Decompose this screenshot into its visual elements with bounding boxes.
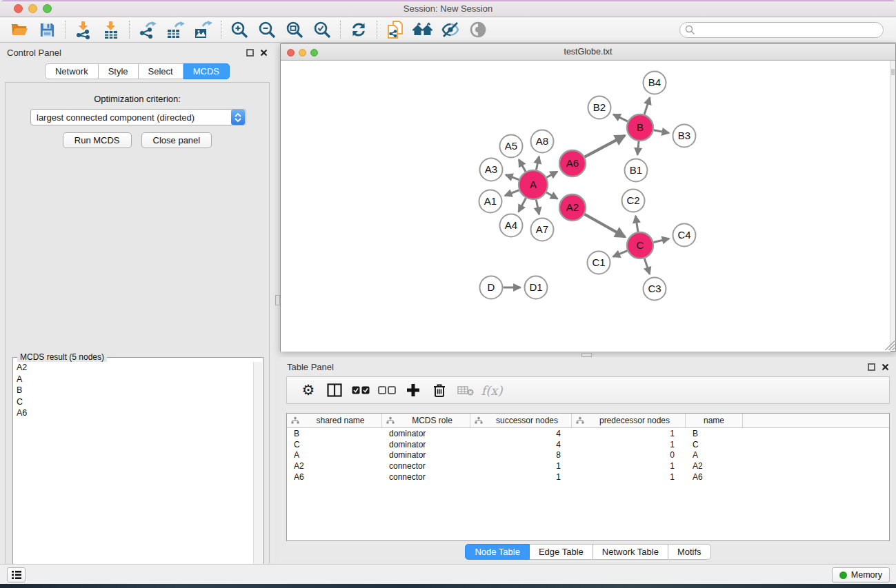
table-cell[interactable]: dominator xyxy=(382,440,470,449)
run-mcds-button[interactable]: Run MCDS xyxy=(63,132,132,148)
column-header-predecessor-nodes[interactable]: predecessor nodes xyxy=(572,414,686,427)
tab-select[interactable]: Select xyxy=(139,63,183,79)
float-panel-icon[interactable] xyxy=(246,49,254,57)
column-header-successor-nodes[interactable]: successor nodes xyxy=(470,414,572,427)
graph-edge-A-A6[interactable] xyxy=(546,172,557,178)
graph-edge-B-B3[interactable] xyxy=(654,130,669,133)
network-canvas[interactable]: AA1A2A3A4A5A6A7A8BB1B2B3B4CC1C2C3C4DD1 xyxy=(281,61,890,352)
save-session-button[interactable] xyxy=(33,19,61,41)
column-layout-button[interactable] xyxy=(321,379,348,401)
search-field[interactable] xyxy=(679,22,884,38)
table-cell[interactable]: 4 xyxy=(470,429,572,438)
graph-edge-A2-C[interactable] xyxy=(584,214,625,237)
table-cell[interactable]: 1 xyxy=(572,429,686,438)
mcds-result-list[interactable]: A2ABCA6 xyxy=(14,362,253,587)
table-cell[interactable]: B xyxy=(287,429,382,438)
table-cell[interactable]: 1 xyxy=(572,461,686,471)
table-cell[interactable]: connector xyxy=(382,461,470,471)
network-scrollbar[interactable] xyxy=(890,61,895,351)
close-panel-button[interactable]: Close panel xyxy=(141,132,212,148)
result-scrollbar[interactable] xyxy=(253,362,262,587)
deselect-all-button[interactable] xyxy=(374,379,400,401)
zoom-fit-button[interactable] xyxy=(281,19,308,41)
show-graphics-details-button[interactable] xyxy=(464,19,492,41)
delete-column-button[interactable] xyxy=(426,379,452,401)
table-cell[interactable]: dominator xyxy=(382,450,470,460)
select-all-button[interactable] xyxy=(348,379,374,401)
column-header-name[interactable]: name xyxy=(686,414,743,427)
zoom-selected-button[interactable] xyxy=(308,19,336,41)
table-cell[interactable]: A6 xyxy=(287,472,382,482)
graph-edge-C-C3[interactable] xyxy=(644,258,650,274)
column-header-shared-name[interactable]: shared name xyxy=(287,414,382,427)
table-row[interactable]: Cdominator41C xyxy=(287,439,889,450)
result-item[interactable]: C xyxy=(17,396,253,408)
graph-edge-B-B4[interactable] xyxy=(644,97,650,114)
graph-edge-A-A2[interactable] xyxy=(546,192,557,199)
graph-edge-C-C4[interactable] xyxy=(653,239,669,242)
table-cell[interactable]: 1 xyxy=(572,440,686,449)
graph-edge-B-B2[interactable] xyxy=(613,114,628,121)
table-cell[interactable]: 1 xyxy=(572,472,686,482)
table-row[interactable]: Adominator80A xyxy=(287,450,889,461)
optimization-criterion-select[interactable]: largest connected component (directed) xyxy=(30,109,246,125)
table-cell[interactable]: A xyxy=(287,450,382,460)
import-network-button[interactable] xyxy=(70,19,97,41)
result-item[interactable]: A xyxy=(17,374,253,385)
memory-button[interactable]: Memory xyxy=(832,567,890,582)
table-cell[interactable]: 4 xyxy=(470,440,572,449)
tab-node-table[interactable]: Node Table xyxy=(465,544,530,560)
column-header-MCDS-role[interactable]: MCDS role xyxy=(382,414,470,427)
hide-graphics-details-button[interactable] xyxy=(437,19,464,41)
graph-edge-A-A8[interactable] xyxy=(536,156,539,170)
table-cell[interactable]: A xyxy=(686,450,743,460)
window-resize-grip[interactable] xyxy=(885,341,895,350)
zoom-out-button[interactable] xyxy=(253,19,281,41)
float-panel-icon[interactable] xyxy=(868,363,875,371)
graph-edge-A6-B[interactable] xyxy=(585,136,625,157)
delete-table-button[interactable] xyxy=(452,379,479,401)
add-column-button[interactable] xyxy=(400,379,426,401)
table-cell[interactable]: C xyxy=(686,440,743,449)
graph-edge-A-A1[interactable] xyxy=(505,190,519,196)
graph-edge-B-B1[interactable] xyxy=(637,141,639,155)
graph-edge-A-A7[interactable] xyxy=(536,200,539,214)
table-cell[interactable]: 1 xyxy=(470,472,572,482)
table-cell[interactable]: A2 xyxy=(287,461,382,471)
result-item[interactable]: A6 xyxy=(17,407,253,419)
show-log-button[interactable] xyxy=(7,567,26,582)
table-cell[interactable]: 1 xyxy=(470,461,572,471)
table-row[interactable]: Bdominator41B xyxy=(287,428,889,439)
tab-style[interactable]: Style xyxy=(99,63,139,79)
open-session-button[interactable] xyxy=(6,19,33,41)
function-builder-button[interactable]: f(x) xyxy=(479,379,505,401)
table-cell[interactable]: 8 xyxy=(470,450,572,460)
table-cell[interactable]: A2 xyxy=(686,461,743,471)
tab-network[interactable]: Network xyxy=(45,63,99,79)
result-item[interactable]: A2 xyxy=(17,362,253,374)
home-layout-button[interactable] xyxy=(409,19,437,41)
table-cell[interactable]: B xyxy=(686,429,743,438)
refresh-layout-button[interactable] xyxy=(345,19,372,41)
network-window-titlebar[interactable]: testGlobe.txt xyxy=(281,44,895,61)
table-row[interactable]: A2connector11A2 xyxy=(287,460,889,472)
settings-gear-button[interactable]: ⚙ xyxy=(295,379,321,401)
import-table-button[interactable] xyxy=(97,19,125,41)
table-cell[interactable]: connector xyxy=(382,472,470,482)
export-image-button[interactable] xyxy=(189,19,217,41)
node-table[interactable]: shared nameMCDS rolesuccessor nodesprede… xyxy=(286,413,890,541)
graph-edge-A-A3[interactable] xyxy=(506,175,519,180)
duplicate-network-button[interactable] xyxy=(381,19,409,41)
tab-mcds[interactable]: MCDS xyxy=(183,63,230,79)
table-cell[interactable]: 0 xyxy=(572,450,686,460)
close-panel-icon[interactable] xyxy=(260,49,268,57)
tab-network-table[interactable]: Network Table xyxy=(593,544,668,560)
zoom-in-button[interactable] xyxy=(226,19,253,41)
splitpane-grip-vertical[interactable] xyxy=(275,295,280,305)
export-network-button[interactable] xyxy=(134,19,161,41)
graph-edge-A-A5[interactable] xyxy=(519,160,526,172)
graph-edge-A-A4[interactable] xyxy=(519,198,526,212)
tab-motifs[interactable]: Motifs xyxy=(668,544,711,560)
export-table-button[interactable] xyxy=(161,19,189,41)
close-panel-icon[interactable] xyxy=(882,363,889,371)
